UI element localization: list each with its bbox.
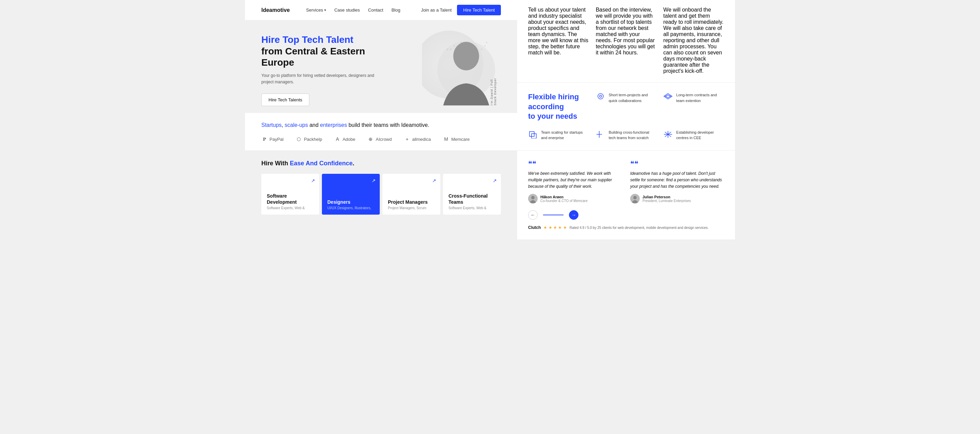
prev-arrow[interactable]: ← — [528, 210, 538, 220]
brand-memcare: M Memcare — [443, 136, 469, 142]
nav-services[interactable]: Services — [306, 8, 326, 13]
card-subtitle-software: Software Experts, Web & — [267, 206, 305, 211]
brands-enterprises: enterprises — [320, 122, 347, 128]
author-avatar-1 — [528, 194, 538, 203]
clutch-brand: Clutch — [528, 225, 541, 230]
hero-person-image — [429, 30, 497, 105]
paypal-icon: 𝐏 — [261, 136, 267, 142]
brand-aicrowd: ⊕ AIcrowd — [368, 136, 392, 142]
dev-centres-icon — [663, 130, 673, 137]
card-cross-functional[interactable]: ↗ Cross-FunctionalTeams Software Experts… — [443, 174, 501, 215]
hero-image-area: I'm Dawid | Full Stack Developer — [422, 27, 504, 105]
card-title-designers: Designers — [327, 199, 350, 205]
flexible-header: Flexible hiringaccordingto your needs Sh… — [528, 92, 724, 121]
author-name-1: Håkon Arøen — [540, 195, 588, 199]
card-title-pm: Project Managers — [388, 199, 428, 205]
author-info-1: Håkon Arøen Co-founder & CTO of Memcare — [540, 195, 588, 203]
flexible-title-area: Flexible hiringaccordingto your needs — [528, 92, 589, 121]
process-col-3: We will onboard the talent and get them … — [663, 7, 724, 74]
card-subtitle-cf: Software Experts, Web & — [449, 206, 487, 211]
cross-functional-text: Building cross-functional tech teams fro… — [609, 130, 657, 141]
testimonial-2: ❝❝ Ideamotive has a huge pool of talent.… — [630, 160, 724, 204]
testimonial-text-2: Ideamotive has a huge pool of talent. Do… — [630, 170, 724, 190]
next-arrow[interactable]: → — [569, 210, 579, 220]
scaling-icon — [528, 130, 538, 137]
flexible-item-short-term: Short term-projects and quick collaborat… — [596, 92, 657, 103]
hero-subtitle: Your go-to platform for hiring vetted de… — [261, 72, 377, 85]
hire-talents-button[interactable]: Hire Tech Talents — [261, 94, 309, 106]
process-col-1: Tell us about your talent and industry s… — [528, 7, 589, 74]
brand-allmedica: + allmedica — [404, 136, 431, 142]
flexible-title: Flexible hiringaccordingto your needs — [528, 92, 589, 121]
author-name-2: Julian Peterson — [643, 195, 691, 199]
author-role-2: President, Luminate Enterprises — [643, 199, 691, 203]
brand-packhelp: ⬡ Packhelp — [296, 136, 322, 142]
logo[interactable]: Ideamotive — [261, 7, 290, 13]
card-arrow-cf: ↗ — [493, 178, 497, 183]
hire-tech-talent-button[interactable]: Hire Tech Talent — [457, 5, 501, 15]
short-term-icon — [596, 93, 605, 100]
clutch-description: Rated 4.9 / 5.0 by 25 clients for web de… — [570, 226, 709, 230]
nav-blog[interactable]: Blog — [391, 8, 400, 13]
hire-section: Hire With Ease And Confidence. ↗ Softwar… — [245, 150, 517, 215]
progress-indicator — [543, 215, 563, 215]
card-subtitle-designers: UI/UX Designers, Illustrators, — [327, 206, 371, 211]
nav-links: Services Case studies Contact Blog — [306, 8, 410, 13]
clutch-stars: ★ ★ ★ ★ ★ — [543, 225, 566, 230]
author-info-2: Julian Peterson President, Luminate Ente… — [643, 195, 691, 203]
testimonial-author-2: Julian Peterson President, Luminate Ente… — [630, 194, 724, 203]
process-section: Tell us about your talent and industry s… — [517, 0, 735, 83]
card-arrow-designers: ↗ — [372, 178, 375, 183]
svg-point-9 — [486, 42, 487, 43]
testimonials-section: ❝❝ We've been extremely satisfied. We wo… — [517, 151, 735, 240]
card-arrow-software: ↗ — [311, 178, 315, 183]
allmedica-icon: + — [404, 136, 410, 142]
nav-case-studies[interactable]: Case studies — [334, 8, 360, 13]
cards-grid: ↗ SoftwareDevelopment Software Experts, … — [261, 174, 501, 215]
right-panel: Tell us about your talent and industry s… — [517, 0, 735, 240]
card-subtitle-pm: Project Managers, Scrum — [388, 206, 426, 211]
nav-contact[interactable]: Contact — [368, 8, 383, 13]
card-project-managers[interactable]: ↗ Project Managers Project Managers, Scr… — [382, 174, 440, 215]
flexible-item-dev-centres: Establishing developer centres in CEE — [663, 130, 724, 141]
quote-mark-2: ❝❝ — [630, 160, 724, 168]
brand-adobe: 𝖠 Adobe — [334, 136, 356, 142]
svg-rect-13 — [531, 134, 536, 138]
svg-point-8 — [484, 45, 485, 47]
svg-point-10 — [598, 94, 603, 99]
long-term-icon — [663, 93, 673, 100]
hero-section: Hire Top Tech Talent from Central & East… — [245, 21, 517, 113]
card-software-development[interactable]: ↗ SoftwareDevelopment Software Experts, … — [261, 174, 319, 215]
testimonial-text-1: We've been extremely satisfied. We work … — [528, 170, 622, 190]
process-text-3: We will onboard the talent and get them … — [663, 7, 724, 74]
long-term-text: Long-term contracts and team extention — [676, 92, 724, 103]
flexible-hiring-section: Flexible hiringaccordingto your needs Sh… — [517, 83, 735, 151]
flexible-item-cross-functional: Building cross-functional tech teams fro… — [596, 130, 657, 141]
testimonial-1: ❝❝ We've been extremely satisfied. We wo… — [528, 160, 622, 204]
nav-right: Join as a Talent Hire Tech Talent — [421, 5, 501, 15]
hero-text: Hire Top Tech Talent from Central & East… — [261, 34, 377, 106]
testimonial-author-1: Håkon Arøen Co-founder & CTO of Memcare — [528, 194, 622, 203]
brands-startups: Startups — [261, 122, 282, 128]
join-talent-link[interactable]: Join as a Talent — [421, 8, 452, 13]
svg-point-3 — [450, 49, 452, 50]
brand-paypal: 𝐏 PayPal — [261, 136, 283, 142]
svg-point-2 — [447, 49, 448, 50]
left-panel: Ideamotive Services Case studies Contact… — [245, 0, 517, 240]
memcare-icon: M — [443, 136, 449, 142]
svg-point-7 — [481, 49, 482, 50]
svg-point-21 — [531, 196, 535, 199]
process-text-1: Tell us about your talent and industry s… — [528, 7, 589, 56]
hire-section-title: Hire With Ease And Confidence. — [261, 160, 501, 167]
hero-title: Hire Top Tech Talent from Central & East… — [261, 34, 377, 68]
flexible-item-long-term: Long-term contracts and team extention — [663, 92, 724, 103]
testimonials-grid: ❝❝ We've been extremely satisfied. We wo… — [528, 160, 724, 204]
svg-point-11 — [600, 95, 601, 97]
scaling-text: Team scaling for startups and enerprise — [541, 130, 589, 141]
card-designers[interactable]: ↗ Designers UI/UX Designers, Illustrator… — [322, 174, 380, 215]
svg-point-23 — [633, 196, 637, 199]
clutch-bar: Clutch ★ ★ ★ ★ ★ Rated 4.9 / 5.0 by 25 c… — [528, 225, 724, 230]
svg-point-6 — [460, 42, 462, 43]
brand-logos: 𝐏 PayPal ⬡ Packhelp 𝖠 Adobe ⊕ AIcrowd + — [261, 136, 501, 142]
svg-rect-12 — [530, 132, 534, 137]
